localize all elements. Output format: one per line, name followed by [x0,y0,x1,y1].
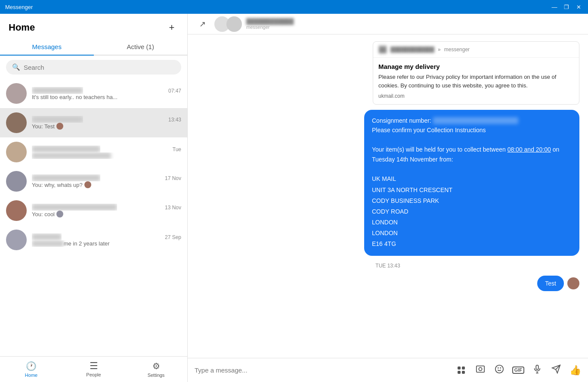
nav-item-settings[interactable]: ⚙ Settings [125,357,187,382]
dot-1 [458,366,461,370]
tab-active[interactable]: Active (1) [94,39,188,55]
header-subtext: messenger [246,25,294,30]
list-item[interactable]: ███████ 27 Sep ████████me in 2 years lat… [0,225,187,255]
conv-top: ████████████ 07:47 [32,87,181,94]
nav-item-people[interactable]: ☰ People [62,357,125,382]
new-conversation-button[interactable]: + [165,21,179,34]
bottom-nav: 🕐 Home ☰ People ⚙ Settings [0,356,187,382]
gif-button[interactable]: GIF [511,363,526,378]
emoji-button[interactable] [492,363,507,378]
address-line-5: LONDON [372,217,572,228]
read-receipt-avatar [56,211,63,217]
header-name: ████████████ [246,18,294,25]
search-input-wrap: 🔍 [6,60,181,75]
search-icon: 🔍 [12,63,20,71]
conv-name: ███████ [32,233,62,240]
conv-name: ████████████████ [32,146,100,152]
conv-preview-row: You: cool [32,211,181,217]
sent-avatar [567,277,579,289]
conv-info: ████████████████████ 13 Nov You: cool [32,204,181,217]
address-block: UK MAIL UNIT 3A NORTH CRESCENT CODY BUSI… [372,174,572,249]
avatar [6,230,27,250]
dot-3 [458,371,461,374]
close-button[interactable]: ✕ [574,3,583,11]
website-card-body: Manage my delivery Please refer to our P… [373,58,579,104]
conv-time: Tue [173,146,181,152]
messages-area: ██ ████████████ » messenger Manage my de… [188,34,588,358]
website-card-header: ██ ████████████ » messenger [373,42,579,58]
nav-label-people: People [86,372,101,377]
nav-label-home: Home [25,373,37,378]
conv-time: 13:43 [168,117,181,123]
sidebar-title: Home [9,22,35,33]
tab-messages[interactable]: Messages [0,39,94,56]
avatar [6,200,27,221]
svg-rect-5 [536,365,538,370]
website-favicon: ██ [378,45,387,54]
conv-info: ████████████████ 17 Nov You: why, whats … [32,174,181,188]
home-icon: 🕐 [26,361,37,371]
list-item[interactable]: ████████████████████ 13 Nov You: cool [0,196,187,225]
conv-preview-row: You: why, whats up? [32,181,181,188]
minimize-button[interactable]: — [550,3,559,11]
message-timestamp: TUE 13:43 [196,263,579,269]
sidebar: Home + Messages Active (1) 🔍 ███████████… [0,14,188,382]
microphone-icon [532,364,542,376]
sent-message-row: Test [196,276,579,291]
conv-name: ████████████████ [32,174,100,181]
photo-button[interactable] [473,363,488,378]
gif-icon: GIF [512,366,524,374]
message-input[interactable] [193,363,450,377]
expand-button[interactable]: ↗ [195,16,210,32]
settings-icon: ⚙ [152,361,160,371]
conv-preview: ████████████████████ [32,152,181,159]
website-sitename: ████████████ [390,47,434,53]
time-range: 08:00 and 20:00 [508,146,551,153]
nav-item-home[interactable]: 🕐 Home [0,357,62,382]
chat-header: ↗ ████████████ messenger [188,14,588,34]
list-item[interactable]: ████████████ 07:47 It's still too early.… [0,79,187,108]
conv-top: ███████ 27 Sep [32,233,181,240]
maximize-button[interactable]: ❐ [562,3,571,11]
apps-icon [458,366,465,374]
website-card-text: Please refer to our Privacy policy for i… [378,73,574,90]
avatar [6,83,27,104]
avatar [6,171,27,192]
list-item[interactable]: ████████████ 13:43 You: Test [0,108,187,137]
svg-rect-0 [477,366,484,373]
svg-point-1 [479,367,482,370]
avatar [6,142,27,162]
dot-2 [462,366,465,370]
conv-info: ████████████████ Tue ███████████████████… [32,146,181,159]
sent-message-bubble: Test [537,276,564,291]
apps-button[interactable] [454,363,469,378]
conversation-list: ████████████ 07:47 It's still too early.… [0,79,187,356]
send-button[interactable] [548,363,564,378]
search-input[interactable] [24,64,175,71]
conv-top: ████████████ 13:43 [32,116,181,123]
list-item[interactable]: ████████████████ Tue ███████████████████… [0,137,187,167]
address-line-1: UK MAIL [372,174,572,184]
app-title: Messenger [5,4,33,10]
website-url: messenger [444,47,470,53]
svg-point-2 [495,365,503,373]
conv-top: ████████████████████ 13 Nov [32,204,181,211]
like-button[interactable]: 👍 [567,363,583,378]
message-bubble-blue: Consignment number: ████████████████████… [364,110,579,256]
search-bar: 🔍 [0,56,187,79]
conv-name: ████████████████████ [32,204,117,211]
chevron-icon: » [438,47,441,53]
address-line-6: LONDON [372,228,572,239]
list-item[interactable]: ████████████████ 17 Nov You: why, whats … [0,167,187,196]
input-bar: GIF [188,358,588,382]
website-card: ██ ████████████ » messenger Manage my de… [373,41,579,105]
tabs-bar: Messages Active (1) [0,39,187,56]
conv-preview: You: why, whats up? [32,182,83,188]
website-domain: ukmail.com [378,93,574,99]
website-card-title: Manage my delivery [378,63,574,70]
conv-name: ████████████ [32,87,83,94]
window-controls: — ❐ ✕ [550,3,583,11]
consignment-number: ████████████████████ [433,117,518,124]
microphone-button[interactable] [529,363,545,378]
conv-time: 27 Sep [165,234,181,240]
